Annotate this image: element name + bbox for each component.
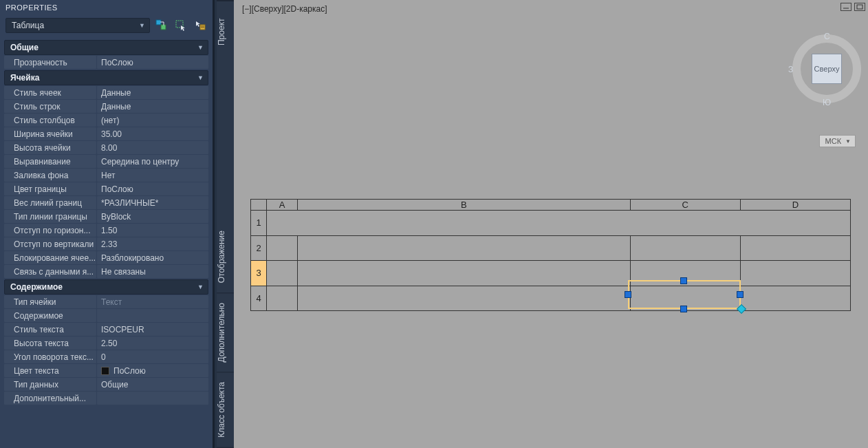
table-cell[interactable]: [267, 261, 298, 286]
property-value[interactable]: ISOCPEUR: [97, 323, 208, 336]
table-cell[interactable]: [630, 235, 740, 261]
property-value[interactable]: Не связаны: [97, 265, 208, 278]
quick-select-icon[interactable]: [154, 18, 169, 33]
property-value[interactable]: (нет): [97, 114, 208, 127]
svg-rect-3: [200, 25, 205, 30]
property-value[interactable]: ПоСлою: [97, 182, 208, 195]
property-label: Дополнительный...: [4, 392, 96, 405]
side-tab-project[interactable]: Проект: [217, 0, 234, 62]
property-value[interactable]: Разблокировано: [97, 251, 208, 264]
property-label: Тип ячейки: [4, 295, 96, 308]
chevron-down-icon: ▼: [845, 138, 851, 145]
column-header[interactable]: A: [267, 200, 298, 211]
table-row: 3: [251, 261, 851, 286]
property-value[interactable]: 35.00: [97, 127, 208, 140]
compass-south[interactable]: Ю: [823, 98, 831, 107]
grip-handle[interactable]: [680, 277, 687, 284]
column-header[interactable]: B: [298, 200, 631, 211]
property-value[interactable]: ByBlock: [97, 210, 208, 223]
table-cell[interactable]: [298, 235, 631, 261]
chevron-down-icon: ▼: [139, 22, 145, 29]
property-value[interactable]: Данные: [97, 86, 208, 99]
property-label: Высота текста: [4, 337, 96, 350]
svg-rect-0: [156, 20, 161, 25]
table-row: 1: [251, 211, 851, 236]
property-value[interactable]: Нет: [97, 169, 208, 182]
property-label: Заливка фона: [4, 169, 96, 182]
row-header-active[interactable]: 3: [251, 261, 267, 286]
cad-table-object[interactable]: A B C D 1 2 3 4: [250, 199, 851, 311]
property-value[interactable]: 2.50: [97, 337, 208, 350]
table-cell[interactable]: [740, 235, 850, 261]
grip-handle[interactable]: [680, 306, 687, 312]
property-label: Цвет текста: [4, 364, 96, 377]
column-header-active[interactable]: C: [630, 200, 740, 211]
property-label: Ширина ячейки: [4, 127, 96, 140]
property-label: Стиль текста: [4, 323, 96, 336]
table-cell[interactable]: [298, 286, 631, 311]
property-value[interactable]: ПоСлою: [97, 364, 208, 377]
property-label: Выравнивание: [4, 155, 96, 168]
side-tab-object-class[interactable]: Класс объекта: [217, 372, 234, 448]
object-type-value: Таблица: [12, 21, 44, 30]
table-row: 4: [251, 286, 851, 311]
property-label: Тип линии границы: [4, 210, 96, 223]
side-tab-display[interactable]: Отображение: [217, 221, 234, 293]
property-value[interactable]: Общие: [97, 378, 208, 391]
property-label: Тип данных: [4, 378, 96, 391]
column-header[interactable]: D: [740, 200, 850, 211]
compass-west[interactable]: З: [788, 65, 793, 74]
property-label: Содержимое: [4, 309, 96, 322]
ucs-dropdown[interactable]: МСК ▼: [819, 135, 856, 147]
object-type-select[interactable]: Таблица ▼: [6, 18, 150, 33]
section-header-cell[interactable]: Ячейка ▼: [4, 70, 208, 85]
view-cube-face[interactable]: Сверху: [812, 54, 842, 84]
svg-rect-1: [161, 25, 166, 30]
side-tab-strip: Проект Отображение Дополнительно Класс о…: [217, 0, 234, 448]
table-cell[interactable]: [267, 286, 298, 311]
side-tab-advanced[interactable]: Дополнительно: [217, 293, 234, 372]
property-value[interactable]: Текст: [97, 295, 208, 308]
property-value[interactable]: 1.50: [97, 224, 208, 237]
table-corner-cell[interactable]: [251, 200, 267, 211]
row-header[interactable]: 2: [251, 235, 267, 261]
properties-panel: PROPERTIES Таблица ▼: [0, 0, 215, 448]
property-value[interactable]: 8.00: [97, 141, 208, 154]
grip-handle[interactable]: [625, 291, 631, 298]
viewport-label[interactable]: [−][Сверху][2D-каркас]: [242, 4, 327, 14]
row-header[interactable]: 1: [251, 211, 267, 236]
table-cell[interactable]: [298, 261, 631, 286]
compass-north[interactable]: С: [824, 32, 830, 41]
color-swatch-icon: [101, 367, 109, 375]
table-header-row: A B C D: [251, 200, 851, 211]
property-value[interactable]: ПоСлою: [97, 56, 208, 69]
property-value[interactable]: 0: [97, 350, 208, 363]
property-value[interactable]: 2.33: [97, 237, 208, 250]
property-value[interactable]: *РАЗЛИЧНЫЕ*: [97, 196, 208, 209]
section-header-content[interactable]: Содержимое ▼: [4, 279, 208, 295]
table-cell[interactable]: [267, 211, 851, 236]
table-cell[interactable]: [740, 286, 850, 311]
property-value[interactable]: [97, 309, 208, 322]
chevron-down-icon: ▼: [197, 74, 204, 81]
pickadd-toggle-icon[interactable]: [193, 18, 208, 33]
property-label: Высота ячейки: [4, 141, 96, 154]
section-header-general[interactable]: Общие ▼: [4, 40, 208, 55]
property-label: Стиль строк: [4, 100, 96, 113]
grip-handle[interactable]: [737, 291, 744, 298]
view-cube[interactable]: Сверху С Ю З: [792, 34, 861, 103]
property-value[interactable]: [97, 392, 208, 405]
property-label: Угол поворота текс...: [4, 350, 96, 363]
maximize-icon[interactable]: [854, 3, 865, 11]
minimize-icon[interactable]: [840, 3, 851, 11]
row-header[interactable]: 4: [251, 286, 267, 311]
property-value[interactable]: Середина по центру: [97, 155, 208, 168]
drawing-viewport[interactable]: [−][Сверху][2D-каркас] A B C D 1 2 3: [234, 0, 868, 448]
table-cell[interactable]: [740, 261, 850, 286]
property-value[interactable]: Данные: [97, 100, 208, 113]
chevron-down-icon: ▼: [197, 284, 204, 290]
properties-sections: Общие ▼ Прозрачность ПоСлою Ячейка ▼ Сти…: [0, 39, 213, 448]
property-row: Прозрачность ПоСлою: [4, 56, 208, 69]
select-objects-icon[interactable]: [173, 18, 188, 33]
table-cell[interactable]: [267, 235, 298, 261]
